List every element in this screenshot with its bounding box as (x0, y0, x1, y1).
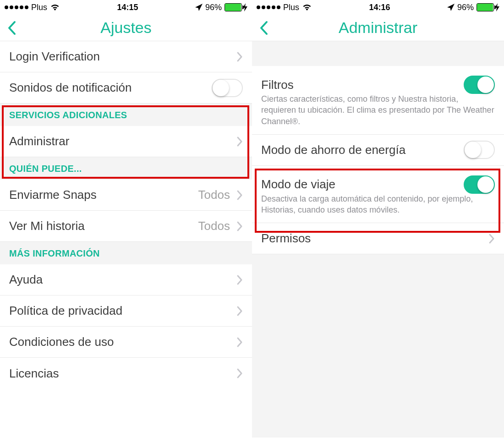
row-label: Condiciones de uso (9, 335, 114, 349)
row-filtros[interactable]: Filtros (252, 66, 504, 97)
toggle-ahorro[interactable] (464, 141, 495, 159)
empty-area (252, 254, 504, 438)
toggle-modo-viaje[interactable] (464, 175, 495, 194)
nav-bar: Ajustes (0, 15, 252, 41)
row-label: Administrar (9, 134, 69, 148)
row-label: Modo de ahorro de energía (261, 143, 405, 157)
chevron-right-icon (236, 306, 243, 317)
row-value: Todos (198, 219, 230, 233)
signal-dots-icon (257, 5, 280, 9)
battery-icon (477, 3, 494, 11)
chevron-right-icon (236, 136, 243, 147)
row-permisos[interactable]: Permisos (252, 223, 504, 254)
carrier-label: Plus (31, 3, 47, 12)
chevron-right-icon (236, 337, 243, 348)
row-ayuda[interactable]: Ayuda (0, 264, 252, 295)
chevron-right-icon (236, 368, 243, 379)
row-licencias[interactable]: Licencias (0, 358, 252, 389)
chevron-right-icon (236, 221, 243, 232)
row-ahorro-energia[interactable]: Modo de ahorro de energía (252, 135, 504, 166)
carrier-label: Plus (283, 3, 299, 12)
row-value: Todos (198, 188, 230, 202)
chevron-right-icon (236, 274, 243, 285)
row-notification-sounds[interactable]: Sonidos de notificación (0, 72, 252, 104)
row-label: Política de privacidad (9, 304, 122, 318)
row-privacidad[interactable]: Política de privacidad (0, 295, 252, 327)
section-header-mas: MÁS INFORMACIÓN (0, 242, 252, 264)
nav-title: Administrar (339, 19, 417, 37)
battery-pct-label: 96% (457, 3, 474, 12)
location-icon (447, 4, 455, 11)
clock-label: 14:16 (369, 3, 390, 12)
nav-title: Ajustes (100, 19, 152, 37)
row-enviarme-snaps[interactable]: Enviarme Snaps Todos (0, 180, 252, 211)
chevron-right-icon (236, 51, 243, 62)
row-login-verification[interactable]: Login Verification (0, 41, 252, 72)
row-label: Login Verification (9, 49, 100, 64)
row-label: Enviarme Snaps (9, 188, 97, 202)
row-label: Permisos (261, 231, 311, 246)
row-administrar[interactable]: Administrar (0, 126, 252, 157)
clock-label: 14:15 (117, 3, 138, 12)
toggle-filtros[interactable] (464, 76, 495, 94)
section-header-servicios: SERVICIOS ADICIONALES (0, 104, 252, 126)
wifi-icon (50, 4, 60, 11)
location-icon (195, 4, 203, 11)
section-header-quien: QUIÉN PUEDE... (0, 157, 252, 180)
chevron-right-icon (488, 233, 495, 244)
signal-dots-icon (5, 5, 28, 9)
wifi-icon (302, 4, 312, 11)
row-label: Licencias (9, 366, 59, 381)
status-bar: Plus 14:15 96% (0, 0, 252, 15)
back-button[interactable] (6, 20, 16, 36)
phone-left: Plus 14:15 96% (0, 0, 252, 443)
section-spacer (252, 41, 504, 66)
toggle-notification-sounds[interactable] (212, 79, 243, 97)
row-label: Sonidos de notificación (9, 81, 131, 95)
row-label: Ver Mi historia (9, 219, 85, 233)
battery-pct-label: 96% (205, 3, 222, 12)
phone-right: Plus 14:16 96% (252, 0, 504, 443)
battery-icon (225, 3, 242, 11)
row-modo-viaje[interactable]: Modo de viaje (252, 166, 504, 197)
row-ver-mi-historia[interactable]: Ver Mi historia Todos (0, 211, 252, 242)
nav-bar: Administrar (252, 15, 504, 41)
row-label: Filtros (261, 78, 294, 92)
row-label: Ayuda (9, 273, 43, 287)
row-label: Modo de viaje (261, 177, 335, 191)
back-button[interactable] (258, 20, 268, 36)
row-condiciones[interactable]: Condiciones de uso (0, 327, 252, 358)
row-sub-viaje: Desactiva la carga automática del conten… (252, 193, 504, 224)
status-bar: Plus 14:16 96% (252, 0, 504, 15)
row-sub-filtros: Ciertas características, como filtros y … (252, 93, 504, 135)
chevron-right-icon (236, 190, 243, 201)
